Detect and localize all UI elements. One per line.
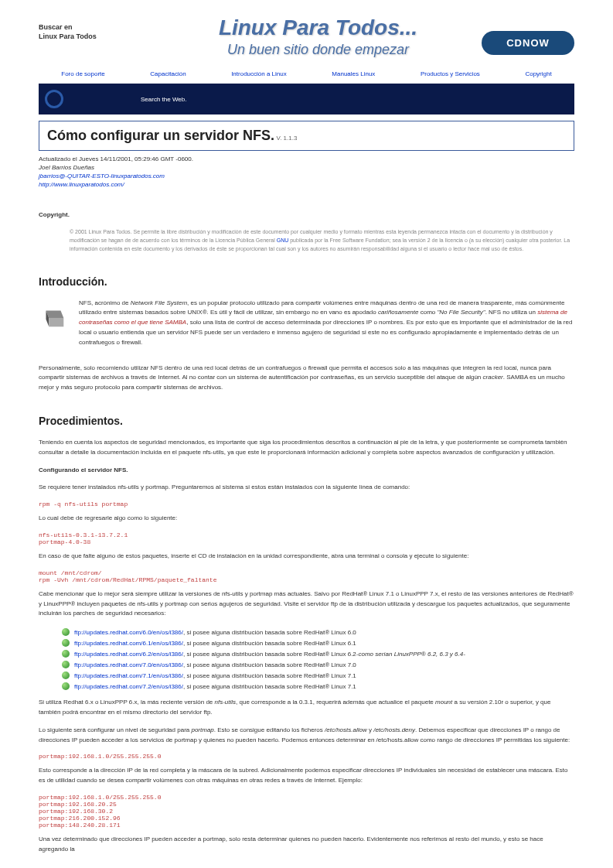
title-box: Cómo configurar un servidor NFS. V. 1.1.… [39, 121, 574, 151]
search-label-1: Buscar en [39, 23, 155, 31]
search-bar[interactable]: Search the Web. [39, 84, 574, 114]
version: V. 1.1.3 [277, 135, 298, 142]
search-icon [45, 90, 63, 108]
svg-marker-2 [49, 317, 63, 326]
proc-heading: Procedimientos. [39, 415, 574, 427]
intro-p2: Personalmente, solo recomiendo utilizar … [39, 364, 574, 393]
list-item: ftp://updates.redhat.com/6.2/en/os/i386/… [62, 648, 574, 659]
proc-p4: En caso de que falte alguno de estos paq… [39, 552, 574, 562]
bullet-icon [62, 650, 70, 658]
ftp-link[interactable]: ftp://updates.redhat.com/7.1/en/os/i386/ [74, 672, 183, 679]
list-item: ftp://updates.redhat.com/6.0/en/os/i386/… [62, 627, 574, 637]
nav-manuales[interactable]: Manuales Linux [332, 70, 375, 77]
nav-productos[interactable]: Productos y Servicios [421, 70, 480, 77]
ftp-link[interactable]: ftp://updates.redhat.com/7.2/en/os/i386/ [74, 683, 183, 690]
cmd3: mount /mnt/cdrom/ rpm -Uvh /mnt/cdrom/Re… [39, 569, 574, 583]
update-links: ftp://updates.redhat.com/6.0/en/os/i386/… [62, 627, 574, 692]
bullet-icon [62, 682, 70, 690]
intro-heading: Introducción. [39, 275, 574, 288]
gnu-link[interactable]: GNU [277, 238, 289, 243]
proc-b1: Configurando el servidor NFS. [39, 466, 574, 476]
bullet-icon [62, 639, 70, 647]
search-sidebar: Buscar en Linux Para Todos [39, 15, 155, 42]
site-url[interactable]: http://www.linuxparatodos.com/ [39, 181, 574, 188]
meta-block: Actualizado el Jueves 14/11/2001, 05:29:… [39, 155, 574, 188]
copyright-text: © 2001 Linux Para Todos. Se permite la l… [70, 227, 574, 254]
cmd2: nfs-utils-0.3.1-13.7.2.1 portmap-4.0-38 [39, 531, 574, 545]
list-item: ftp://updates.redhat.com/6.1/en/os/i386/… [62, 637, 574, 648]
list-item: ftp://updates.redhat.com/7.0/en/os/i386/… [62, 659, 574, 670]
proc-p8: Esto corresponde a la dirección IP de la… [39, 766, 574, 786]
nav-capacitacion[interactable]: Capacitación [150, 70, 186, 77]
ftp-link[interactable]: ftp://updates.redhat.com/6.0/en/os/i386/ [74, 629, 183, 636]
logo-subtitle: Un buen sitio donde empezar [155, 42, 482, 58]
bullet-icon [62, 661, 70, 668]
bullet-icon [62, 672, 70, 679]
proc-p1: Teniendo en cuenta los aspectos de segur… [39, 438, 574, 458]
proc-p6: Si utiliza Redhat 6.x o LinuxPPP 6.x, la… [39, 698, 574, 718]
page-title: Cómo configurar un servidor NFS. [47, 128, 274, 143]
cmd1: rpm -q nfs-utils portmap [39, 501, 574, 507]
nav-foro[interactable]: Foro de soporte [61, 70, 104, 77]
list-item: ftp://updates.redhat.com/7.1/en/os/i386/… [62, 670, 574, 681]
logo-title: Linux Para Todos... [155, 15, 482, 40]
bullet-icon [62, 628, 70, 636]
search-label-2: Linux Para Todos [39, 32, 155, 40]
nav-copyright[interactable]: Copyright [525, 70, 551, 77]
copyright-label: Copyright. [39, 211, 574, 218]
intro-p1: NFS, acrónimo de Network File System, es… [79, 299, 574, 348]
updated-date: Actualizado el Jueves 14/11/2001, 05:29:… [39, 155, 574, 162]
logo: Linux Para Todos... Un buen sitio donde … [155, 15, 482, 58]
main-nav: Foro de soporte Capacitación Introducció… [39, 66, 574, 82]
copyright-section: Copyright. © 2001 Linux Para Todos. Se p… [39, 211, 574, 254]
author-email[interactable]: jbarrios@-QUITAR-ESTO-linuxparatodos.com [39, 173, 574, 179]
ftp-link[interactable]: ftp://updates.redhat.com/7.0/en/os/i386/ [74, 661, 183, 668]
cube-icon [39, 302, 68, 331]
cdnow-badge[interactable]: CDNOW [482, 31, 574, 55]
proc-p7: Lo siguiente será configurar un nivel de… [39, 726, 574, 746]
svg-marker-0 [46, 310, 64, 318]
cmd5: portmap:192.168.1.0/255.255.255.0 portma… [39, 794, 574, 829]
proc-p3: Lo cual debe de regresarle algo como lo … [39, 514, 574, 524]
proc-p5: Cabe mencionar que lo mejor será siempre… [39, 589, 574, 619]
proc-p9: Una vez determinado que direcciones IP p… [39, 835, 574, 855]
ftp-link[interactable]: ftp://updates.redhat.com/6.2/en/os/i386/ [74, 651, 183, 658]
cmd4: portmap:192.168.1.0/255.255.255.0 [39, 753, 574, 760]
list-item: ftp://updates.redhat.com/7.2/en/os/i386/… [62, 681, 574, 692]
author-name: Joel Barrios Dueñas [39, 164, 574, 171]
search-text: Search the Web. [141, 96, 186, 103]
proc-p2: Se requiere tener instalados nfs-utils y… [39, 483, 574, 493]
nav-intro[interactable]: Introducción a Linux [231, 70, 287, 77]
ftp-link[interactable]: ftp://updates.redhat.com/6.1/en/os/i386/ [74, 640, 183, 647]
